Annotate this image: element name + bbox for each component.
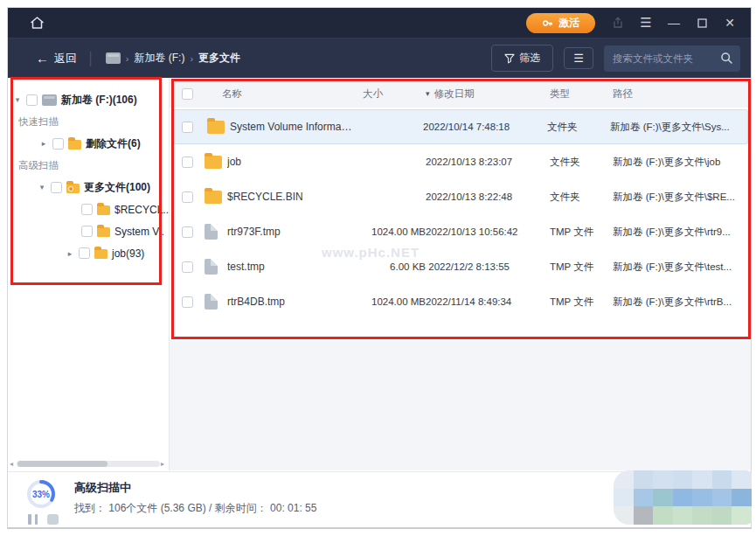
file-icon [205,259,218,275]
file-date: 2022/10/14 7:48:18 [423,122,530,132]
back-button[interactable]: ← 返回 [36,51,77,66]
folder-icon [97,227,110,237]
search-input[interactable] [613,53,720,64]
table-header: 名称 大小 ▾ 修改日期 类型 路径 [170,80,751,108]
row-checkbox[interactable] [182,122,193,133]
maximize-button[interactable] [691,13,712,32]
file-path: 新加卷 (F:)\更多文件\job [604,156,751,169]
app-window: 激活 ☰ — ✕ ← 返回 │ › 新加卷 [7,7,752,529]
header-type[interactable]: 类型 [532,87,604,101]
chevron-right-icon[interactable]: ▸ [39,139,48,148]
back-label: 返回 [54,51,77,66]
orange-badge-icon [68,186,73,191]
tree-checkbox[interactable] [26,94,38,106]
chevron-right-icon[interactable]: ▸ [66,249,74,258]
tree-item-label: System V.. [114,226,164,238]
tree-item-system[interactable]: System V.. [8,220,169,242]
file-icon [205,224,218,240]
minimize-button[interactable]: — [663,13,684,32]
tree-item-recycle[interactable]: $RECYCL.. [8,198,169,220]
header-size[interactable]: 大小 [356,87,426,101]
share-button[interactable] [607,13,628,32]
header-date[interactable]: ▾ 修改日期 [426,87,532,101]
file-path: 新加卷 (F:)\更多文件\Sys... [601,121,748,134]
stop-button[interactable] [47,514,59,525]
file-name: $RECYCLE.BIN [227,191,356,203]
tree-item-job[interactable]: ▸ job(93) [8,242,169,264]
file-size: 6.00 KB [356,261,426,272]
file-size: 1024.00 MB [356,296,426,307]
home-button[interactable] [25,13,48,32]
filter-button[interactable]: 筛选 [491,45,553,72]
maximize-icon [697,18,707,28]
drive-icon [106,52,121,64]
pause-button[interactable] [28,514,38,525]
tree-checkbox[interactable] [81,226,93,237]
scrollbar-thumb[interactable] [17,461,108,467]
file-path: 新加卷 (F:)\更多文件\rtrB... [604,296,751,309]
table-row[interactable]: rtrB4DB.tmp 1024.00 MB 2022/11/14 8:49:3… [170,284,751,319]
file-size: 1024.00 MB [356,226,426,237]
titlebar: 激活 ☰ — ✕ [8,8,751,38]
breadcrumb-current[interactable]: 更多文件 [198,51,240,66]
tree-checkbox[interactable] [51,182,62,193]
tree-item-more-files[interactable]: ▾ 更多文件(100) [8,176,169,198]
table-row[interactable]: job 2022/10/13 8:23:07 文件夹 新加卷 (F:)\更多文件… [170,144,751,179]
chevron-down-icon[interactable]: ▾ [13,95,22,104]
scroll-right-icon[interactable]: ▸ [161,460,167,468]
table-row[interactable]: test.tmp 6.00 KB 2022/12/2 8:13:55 TMP 文… [170,249,751,284]
horizontal-scrollbar[interactable]: ◂ ▸ [8,457,169,470]
status-bar: 33% 高级扫描中 找到： 106个文件 (5.36 GB) / 剩余时间： 0… [8,471,751,527]
breadcrumb-separator: › [126,53,129,64]
row-checkbox[interactable] [182,157,193,168]
folder-icon [205,156,222,169]
file-date: 2022/10/13 8:22:48 [426,191,532,202]
file-date: 2022/10/13 8:23:07 [426,157,532,167]
progress-ring: 33% [25,478,57,510]
row-checkbox[interactable] [182,226,193,238]
tree-checkbox[interactable] [81,204,93,215]
activate-button[interactable]: 激活 [526,13,595,33]
scan-status-title: 高级扫描中 [74,480,131,496]
file-type: TMP 文件 [532,296,604,309]
file-icon [205,294,218,310]
scrollbar-track[interactable] [17,461,160,467]
file-date: 2022/10/13 10:56:42 [426,226,532,237]
table-row[interactable]: rtr973F.tmp 1024.00 MB 2022/10/13 10:56:… [170,214,751,249]
funnel-icon [504,53,515,64]
select-all-checkbox[interactable] [182,88,193,100]
folder-icon [94,249,108,259]
tree-item-label: 新加卷 (F:)(106) [61,93,137,108]
table-rows: System Volume Information 2022/10/14 7:4… [170,109,751,319]
folder-icon [207,121,225,134]
row-checkbox[interactable] [182,191,193,203]
header-name[interactable]: 名称 [222,87,356,101]
file-date: 2022/11/14 8:49:34 [426,296,532,307]
home-icon [30,16,45,30]
section-quick-scan: 快速扫描 [8,111,169,132]
search-box [604,45,740,72]
view-options-button[interactable]: ☰ [564,47,593,69]
header-path[interactable]: 路径 [604,87,751,101]
table-row[interactable]: $RECYCLE.BIN 2022/10/13 8:22:48 文件夹 新加卷 … [170,179,751,214]
chevron-down-icon[interactable]: ▾ [38,183,46,191]
breadcrumb-root[interactable]: 新加卷 (F:) [134,51,184,66]
row-checkbox[interactable] [182,296,193,308]
row-checkbox[interactable] [182,261,193,273]
search-icon[interactable] [720,52,733,65]
activate-label: 激活 [558,16,579,31]
sort-caret-icon: ▾ [426,89,430,98]
file-list-panel: 名称 大小 ▾ 修改日期 类型 路径 System Volume Informa… [170,78,751,470]
breadcrumb-divider: │ [87,52,95,66]
scroll-left-icon[interactable]: ◂ [10,460,16,468]
tree-checkbox[interactable] [79,247,90,259]
menu-button[interactable]: ☰ [635,13,656,32]
tree-item-deleted-files[interactable]: ▸ 删除文件(6) [8,132,169,155]
share-icon [612,17,624,29]
close-button[interactable]: ✕ [719,13,740,32]
file-name: rtr973F.tmp [227,226,356,238]
tree-item-volume[interactable]: ▾ 新加卷 (F:)(106) [8,88,169,111]
tree-checkbox[interactable] [52,138,64,150]
table-row[interactable]: System Volume Information 2022/10/14 7:4… [172,109,748,144]
filter-label: 筛选 [519,51,540,66]
